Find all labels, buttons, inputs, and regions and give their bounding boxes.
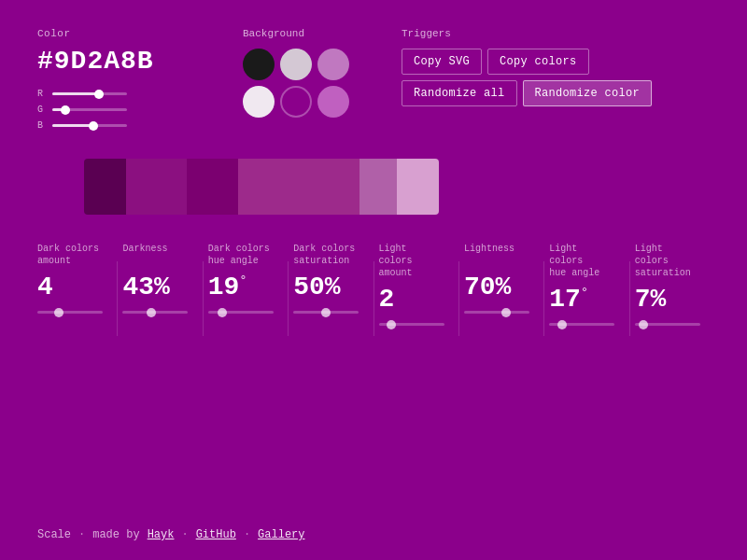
g-slider-track[interactable]: [52, 108, 127, 111]
swatch-0: [84, 159, 126, 215]
divider-2: [288, 261, 289, 336]
control-group-2: Dark colorshue angle 19°: [208, 243, 283, 314]
controls-section: Dark colorsamount 4 Darkness 43% Dark co…: [37, 243, 710, 336]
control-value-4: 2: [379, 285, 444, 314]
copy-colors-button[interactable]: Copy colors: [487, 49, 589, 75]
divider-4: [458, 261, 459, 336]
github-link[interactable]: GitHub: [196, 528, 236, 541]
bg-label: Background: [243, 28, 364, 39]
control-group-7: Light colorssaturation 7%: [635, 243, 710, 326]
color-label: Color: [37, 28, 224, 39]
circle-2[interactable]: [317, 49, 349, 80]
b-slider-row: B: [37, 120, 224, 131]
control-slider-4[interactable]: [379, 323, 444, 326]
circle-4[interactable]: [280, 86, 312, 118]
g-label: G: [37, 105, 45, 115]
dot-3: ·: [244, 528, 250, 541]
control-thumb-0: [54, 308, 63, 317]
control-slider-5[interactable]: [464, 311, 529, 314]
control-slider-3[interactable]: [293, 311, 359, 314]
r-slider-track[interactable]: [52, 92, 127, 95]
control-group-3: Dark colorssaturation 50%: [293, 243, 368, 314]
swatch-1: [126, 159, 187, 215]
control-group-5: Lightness 70%: [464, 243, 539, 314]
control-group-4: Light colorsamount 2: [379, 243, 454, 326]
palette-strip: [84, 159, 439, 215]
brand-label: Scale: [37, 528, 71, 541]
control-label-3: Dark colorssaturation: [293, 243, 359, 267]
color-circles-grid: [243, 49, 364, 119]
control-slider-0[interactable]: [37, 311, 103, 314]
circle-3[interactable]: [243, 86, 275, 118]
triggers-label: Triggers: [402, 28, 710, 39]
swatch-5: [397, 159, 439, 215]
divider-3: [374, 261, 374, 336]
control-value-3: 50%: [293, 273, 359, 301]
control-value-0: 4: [37, 273, 103, 301]
control-thumb-4: [387, 320, 396, 329]
author-link[interactable]: Hayk: [148, 528, 175, 541]
b-slider-fill: [52, 124, 93, 127]
triggers-buttons: Copy SVG Copy colors Randomize all Rando…: [402, 49, 710, 106]
divider-0: [117, 261, 118, 336]
made-by-label: made by: [92, 528, 139, 541]
copy-svg-button[interactable]: Copy SVG: [402, 49, 482, 75]
control-group-1: Darkness 43%: [122, 243, 197, 314]
top-section: Color #9D2A8B R G: [37, 28, 710, 131]
control-thumb-5: [501, 308, 511, 317]
control-value-6: 17°: [549, 285, 614, 314]
control-slider-6[interactable]: [549, 323, 614, 326]
dot-1: ·: [78, 528, 85, 541]
triggers-panel: Triggers Copy SVG Copy colors Randomize …: [402, 28, 710, 106]
divider-6: [629, 261, 630, 336]
control-label-5: Lightness: [464, 243, 529, 267]
b-slider-thumb: [89, 121, 98, 131]
randomize-all-button[interactable]: Randomize all: [402, 80, 517, 106]
control-value-1: 43%: [122, 273, 188, 301]
control-label-0: Dark colorsamount: [37, 243, 103, 267]
control-group-6: Light colorshue angle 17°: [549, 243, 624, 326]
control-thumb-6: [557, 320, 567, 329]
swatch-4: [359, 159, 397, 215]
control-slider-1[interactable]: [122, 311, 188, 314]
b-label: B: [37, 120, 45, 131]
r-label: R: [37, 89, 45, 99]
control-thumb-7: [639, 320, 648, 329]
control-label-7: Light colorssaturation: [635, 243, 700, 279]
control-value-7: 7%: [635, 285, 700, 314]
r-slider-fill: [52, 92, 99, 95]
control-thumb-1: [147, 308, 156, 317]
hex-value: #9D2A8B: [37, 47, 224, 76]
control-value-2: 19°: [208, 273, 274, 301]
divider-1: [203, 261, 204, 336]
r-slider-thumb: [94, 90, 104, 99]
control-slider-2[interactable]: [208, 311, 274, 314]
control-thumb-2: [218, 308, 227, 317]
circle-5[interactable]: [317, 86, 349, 118]
control-slider-7[interactable]: [635, 323, 700, 326]
swatch-2: [187, 159, 238, 215]
r-slider-row: R: [37, 89, 224, 99]
palette-section: [37, 159, 710, 215]
control-thumb-3: [321, 308, 331, 317]
g-slider-row: G: [37, 105, 224, 115]
main-container: Color #9D2A8B R G: [0, 0, 747, 364]
g-slider-thumb: [61, 105, 70, 115]
control-label-4: Light colorsamount: [379, 243, 444, 279]
swatch-3: [238, 159, 359, 215]
gallery-link[interactable]: Gallery: [258, 528, 304, 541]
background-panel: Background: [243, 28, 364, 119]
control-group-0: Dark colorsamount 4: [37, 243, 112, 314]
control-label-2: Dark colorshue angle: [208, 243, 274, 267]
randomize-color-button[interactable]: Randomize color: [523, 80, 653, 106]
circle-1[interactable]: [280, 49, 312, 80]
rgb-sliders: R G B: [37, 89, 224, 131]
control-value-5: 70%: [464, 273, 529, 301]
b-slider-track[interactable]: [52, 124, 127, 127]
color-panel: Color #9D2A8B R G: [37, 28, 224, 131]
divider-5: [543, 261, 544, 336]
footer: Scale · made by Hayk · GitHub · Gallery: [37, 528, 305, 541]
circle-0[interactable]: [243, 49, 275, 80]
control-label-6: Light colorshue angle: [549, 243, 614, 279]
control-label-1: Darkness: [122, 243, 188, 267]
